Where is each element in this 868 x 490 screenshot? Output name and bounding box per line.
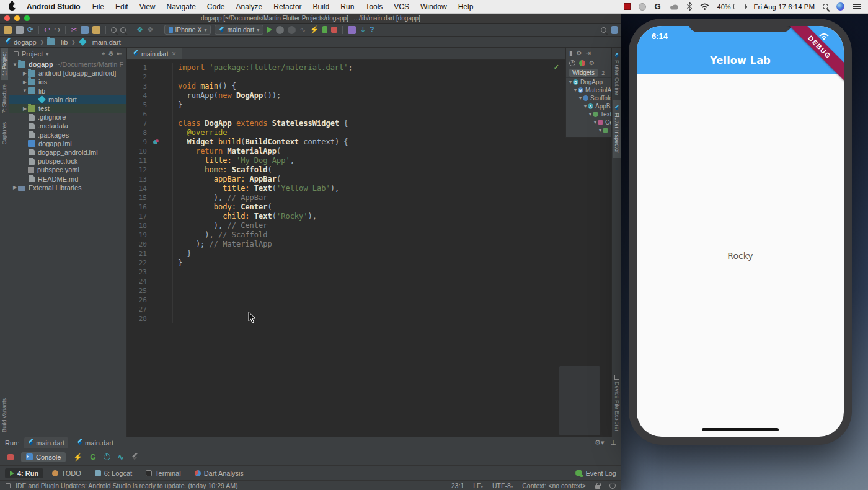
redo-icon[interactable]: ↪ xyxy=(54,26,60,33)
search-everywhere-icon[interactable] xyxy=(601,27,606,33)
tree-item-dogapp[interactable]: ▼dogapp~/Documents/Martin F xyxy=(9,60,126,69)
open-icon[interactable] xyxy=(4,26,12,34)
code-line-16[interactable]: 16 body: Center( xyxy=(127,203,611,212)
gutter[interactable] xyxy=(147,193,173,203)
run-button[interactable] xyxy=(267,27,272,33)
gutter[interactable] xyxy=(147,286,173,295)
gutter[interactable] xyxy=(147,110,173,119)
code-line-2[interactable]: 2 xyxy=(127,72,611,82)
settings-gear-icon[interactable]: ⚙▾ xyxy=(595,439,604,446)
code-line-4[interactable]: 4 runApp(new DogApp()); xyxy=(127,91,611,100)
code-line-1[interactable]: 1import 'package:flutter/material.dart'; xyxy=(127,63,611,72)
breadcrumb-item[interactable]: dogapp xyxy=(14,38,37,46)
project-structure-icon[interactable] xyxy=(611,26,618,34)
code-line-20[interactable]: 20 ); // MaterialApp xyxy=(127,240,611,249)
gutter[interactable] xyxy=(147,305,173,314)
widget-tree-item-center[interactable]: ▼Center xyxy=(566,118,611,126)
code-line-24[interactable]: 24 xyxy=(127,277,611,286)
code-line-22[interactable]: 22} xyxy=(127,258,611,268)
run-tab[interactable]: main.dart xyxy=(73,437,117,448)
code-line-10[interactable]: 10 return MaterialApp( xyxy=(127,147,611,156)
gutter[interactable] xyxy=(147,82,173,91)
code-line-13[interactable]: 13 appBar: AppBar( xyxy=(127,175,611,184)
sync-icon[interactable]: ⟳ xyxy=(27,26,33,33)
gutter[interactable] xyxy=(147,175,173,184)
breadcrumb-item[interactable]: lib xyxy=(61,38,68,46)
code-line-21[interactable]: 21 } xyxy=(127,249,611,258)
gutter[interactable] xyxy=(147,138,173,147)
spotlight-icon[interactable] xyxy=(823,4,828,9)
find-icon[interactable] xyxy=(111,27,117,33)
profiler-button[interactable]: ∿ xyxy=(299,26,306,33)
gutter[interactable] xyxy=(147,128,173,138)
code-line-17[interactable]: 17 child: Text('Rocky'), xyxy=(127,212,611,221)
gutter[interactable] xyxy=(147,91,173,100)
tool-tab-device-file-explorer[interactable]: Device File Explorer xyxy=(613,370,621,437)
hot-reload-icon[interactable]: ⚡ xyxy=(73,453,82,462)
device-selector[interactable]: iPhone X▾ xyxy=(164,25,211,35)
tree-arrow-icon[interactable]: ▼ xyxy=(588,112,593,116)
performance-icon[interactable]: ∿ xyxy=(118,453,124,462)
tree-arrow-icon[interactable]: ▶ xyxy=(22,71,28,76)
battery-indicator[interactable]: 40% xyxy=(717,3,746,11)
tool-tab-flutter-outline[interactable]: Flutter Outline xyxy=(613,48,621,100)
gutter[interactable] xyxy=(147,268,173,277)
gutter[interactable] xyxy=(147,156,173,165)
gutter[interactable] xyxy=(147,240,173,249)
notification-center-icon[interactable] xyxy=(852,4,861,9)
tree-item-main.dart[interactable]: main.dart xyxy=(9,95,126,104)
code-line-8[interactable]: 8 @override xyxy=(127,128,611,138)
tree-arrow-icon[interactable]: ▼ xyxy=(568,80,573,84)
tree-arrow-icon[interactable]: ▼ xyxy=(593,120,598,125)
minimize-window-button[interactable] xyxy=(14,15,20,21)
gutter[interactable] xyxy=(147,314,173,323)
tree-item-android-dogapp-android-[interactable]: ▶android [dogapp_android] xyxy=(9,69,126,77)
gutter[interactable] xyxy=(147,119,173,128)
gutter[interactable] xyxy=(147,221,173,230)
help-button[interactable]: ? xyxy=(370,25,374,34)
tree-arrow-icon[interactable]: ▼ xyxy=(583,104,588,108)
hot-reload-icon[interactable]: ⚡ xyxy=(309,25,319,34)
tree-item-pubspec.lock[interactable]: pubspec.lock xyxy=(9,157,126,165)
tool-tab-structure[interactable]: 7: Structure xyxy=(1,80,8,118)
close-tab-icon[interactable]: ✕ xyxy=(172,51,177,57)
menu-bar-clock[interactable]: Fri Aug 17 6:14 PM xyxy=(754,3,815,11)
attach-device-icon[interactable] xyxy=(322,26,327,33)
gutter[interactable] xyxy=(147,184,173,193)
code-line-6[interactable]: 6 xyxy=(127,110,611,119)
home-indicator[interactable] xyxy=(702,428,779,431)
widget-tree-item-materialapp[interactable]: ▼MMaterialApp xyxy=(566,86,611,94)
menu-item-navigate[interactable]: Navigate xyxy=(161,2,201,11)
widgets-tab[interactable]: Widgets xyxy=(569,69,598,77)
menu-item-build[interactable]: Build xyxy=(308,2,335,11)
debug-button[interactable] xyxy=(276,26,284,34)
menu-item-edit[interactable]: Edit xyxy=(110,2,134,11)
gutter[interactable] xyxy=(147,63,173,72)
settings-gear-icon[interactable]: ⚙ xyxy=(589,59,595,66)
tree-item-lib[interactable]: ▼lib xyxy=(9,87,126,95)
gutter[interactable] xyxy=(147,249,173,258)
menu-app-name[interactable]: Android Studio xyxy=(20,2,87,11)
tree-arrow-icon[interactable]: ▼ xyxy=(578,96,583,100)
tree-arrow-icon[interactable]: ▼ xyxy=(598,128,603,133)
tree-arrow-icon[interactable]: ▼ xyxy=(12,62,18,68)
tool-tab-build-variants[interactable]: Build Variants xyxy=(1,394,8,437)
menu-item-help[interactable]: Help xyxy=(453,2,479,11)
zoom-window-button[interactable] xyxy=(24,15,30,21)
tree-arrow-icon[interactable]: ▼ xyxy=(573,88,578,92)
widget-tree-item-appbar[interactable]: ▼AAppBar xyxy=(566,102,611,110)
close-icon[interactable] xyxy=(569,60,575,66)
cut-icon[interactable]: ✂ xyxy=(71,26,77,33)
tree-item-.gitignore[interactable]: .gitignore xyxy=(9,113,126,121)
lock-icon[interactable] xyxy=(595,485,600,489)
menu-item-code[interactable]: Code xyxy=(202,2,231,11)
code-line-12[interactable]: 12 home: Scaffold( xyxy=(127,165,611,175)
widget-tree-item-dogapp[interactable]: ▼DDogApp xyxy=(566,78,611,86)
tree-arrow-icon[interactable]: ▶ xyxy=(22,79,28,85)
coverage-button[interactable] xyxy=(288,26,296,34)
tool-tab-project[interactable]: 1: Project xyxy=(1,48,8,80)
collapse-panel-icon[interactable]: ⇤ xyxy=(117,51,122,57)
collapse-panel-icon[interactable]: ⇥ xyxy=(585,50,590,56)
icloud-icon[interactable] xyxy=(669,3,679,10)
locate-file-icon[interactable]: ⌖ xyxy=(102,51,105,57)
